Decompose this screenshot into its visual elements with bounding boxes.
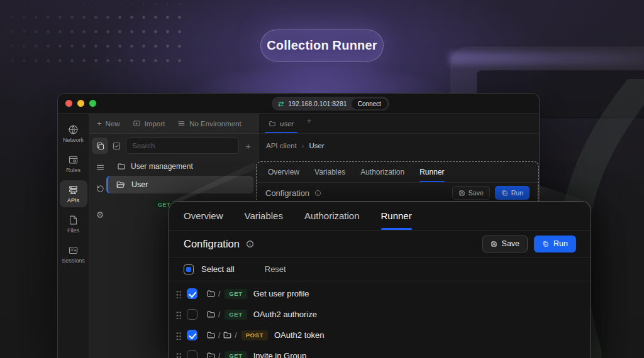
run-button-label: Run: [553, 239, 568, 248]
request-checkbox[interactable]: [187, 350, 197, 358]
collections-view-button[interactable]: [92, 138, 108, 154]
breadcrumb: API client › User: [258, 134, 539, 149]
close-window-button[interactable]: [65, 100, 72, 107]
run-button[interactable]: Run: [495, 186, 530, 200]
drag-handle-icon[interactable]: [175, 331, 181, 340]
tab-overview[interactable]: Overview: [268, 162, 299, 182]
mini-tab-bar: Overview Variables Authorization Runner: [257, 162, 538, 183]
run-button-label: Run: [511, 189, 523, 197]
app-sidebar: Network Rules APIs Files Sessions: [58, 114, 89, 358]
request-name[interactable]: OAuth2 token: [274, 330, 325, 340]
select-all-row: Select all Reset: [169, 258, 591, 281]
request-row: / GET Get user profile: [169, 283, 591, 304]
sidebar-item-apis[interactable]: APIs: [60, 180, 87, 207]
drag-handle-icon[interactable]: [175, 310, 181, 319]
minimize-window-button[interactable]: [77, 100, 84, 107]
environments-view-button[interactable]: [92, 159, 108, 175]
environment-icon: [177, 119, 186, 127]
list-icon: [96, 163, 105, 172]
sessions-icon: [68, 245, 79, 256]
tab-overview[interactable]: Overview: [184, 202, 223, 230]
save-icon: [458, 190, 465, 197]
checklist-icon: [112, 141, 121, 151]
plus-icon: +: [97, 119, 102, 127]
sidebar-item-network[interactable]: Network: [60, 120, 87, 147]
request-checkbox[interactable]: [187, 288, 197, 299]
request-folder-path: /: [206, 310, 223, 319]
settings-button[interactable]: ⚙: [92, 207, 108, 223]
active-tab-underline: [419, 181, 444, 182]
run-icon: [501, 190, 508, 197]
tab-variables[interactable]: Variables: [245, 202, 283, 230]
info-icon: [314, 190, 321, 197]
drag-handle-icon[interactable]: [175, 290, 181, 298]
window-controls: [65, 100, 96, 107]
breadcrumb-root[interactable]: API client: [266, 142, 297, 149]
select-all-checkbox[interactable]: [184, 264, 194, 274]
tab-authorization[interactable]: Authorization: [360, 162, 404, 182]
request-folder-path: / /: [206, 330, 240, 340]
runner-panel: Overview Variables Authorization Runner …: [169, 201, 591, 358]
save-button[interactable]: Save: [482, 236, 528, 252]
search-input[interactable]: [126, 138, 239, 154]
drag-handle-icon[interactable]: [175, 352, 181, 358]
collections-rail: ⚙: [89, 134, 111, 358]
request-name[interactable]: OAuth2 authorize: [253, 310, 317, 319]
collections-toolbar: + New Import No Environment: [89, 114, 258, 134]
server-address: 192.168.0.101:8281: [288, 100, 347, 107]
tab-user[interactable]: user: [267, 114, 295, 133]
bulk-select-button[interactable]: [112, 141, 121, 151]
request-checkbox[interactable]: [187, 309, 197, 320]
method-badge: GET: [225, 310, 247, 320]
tab-runner-label: Runner: [381, 210, 412, 221]
add-collection-button[interactable]: +: [243, 141, 253, 151]
tab-variables[interactable]: Variables: [314, 162, 345, 182]
hero-badge: Collection Runner: [260, 30, 384, 62]
globe-icon: [68, 124, 79, 135]
request-list: / GET Get user profile / GET OAuth2 auth…: [169, 281, 591, 358]
environment-label: No Environment: [189, 120, 241, 127]
sidebar-item-sessions[interactable]: Sessions: [60, 241, 87, 268]
save-button[interactable]: Save: [452, 186, 490, 200]
file-icon: [68, 215, 79, 225]
sidebar-item-label: Network: [63, 137, 84, 143]
maximize-window-button[interactable]: [89, 100, 96, 107]
add-tab-button[interactable]: +: [305, 114, 313, 133]
server-pill: ⇄ 192.168.0.101:8281 Connect: [272, 97, 389, 111]
connect-button[interactable]: Connect: [352, 99, 387, 109]
path-separator: /: [218, 290, 220, 298]
chevron-right-icon: ›: [302, 142, 304, 149]
save-icon: [491, 241, 497, 247]
reset-button[interactable]: Reset: [265, 264, 286, 274]
search-row: +: [112, 138, 253, 154]
import-button[interactable]: Import: [133, 119, 165, 127]
history-icon: [96, 184, 105, 193]
info-icon: [246, 240, 254, 248]
run-button[interactable]: Run: [534, 236, 576, 252]
request-checkbox[interactable]: [187, 330, 197, 340]
folder-icon: [206, 310, 216, 319]
sidebar-item-label: Files: [67, 227, 79, 234]
tree-item-user-management[interactable]: User management: [112, 162, 253, 171]
folder-icon: [206, 330, 216, 340]
request-name[interactable]: Invite in Group: [253, 351, 307, 358]
sidebar-item-files[interactable]: Files: [60, 210, 87, 237]
config-heading: Configration: [184, 238, 240, 250]
new-button-label: New: [106, 120, 120, 127]
tree-selected-label: User: [131, 180, 148, 189]
method-badge: POST: [242, 330, 268, 340]
tab-authorization[interactable]: Authorization: [304, 202, 360, 230]
tab-runner[interactable]: Runner: [381, 202, 412, 230]
new-button[interactable]: + New: [97, 119, 120, 127]
tab-runner-label: Runner: [419, 168, 444, 176]
folder-icon: [206, 289, 216, 298]
window-titlebar: ⇄ 192.168.0.101:8281 Connect: [58, 94, 539, 114]
tab-runner[interactable]: Runner: [419, 162, 444, 182]
request-name[interactable]: Get user profile: [253, 289, 309, 298]
environment-selector[interactable]: No Environment: [177, 119, 241, 127]
request-row: / GET OAuth2 authorize: [169, 304, 591, 325]
active-tab-underline: [265, 132, 297, 133]
sidebar-item-rules[interactable]: Rules: [60, 150, 87, 177]
folder-icon: [117, 162, 126, 171]
dot-grid-decoration: [1, 4, 187, 69]
